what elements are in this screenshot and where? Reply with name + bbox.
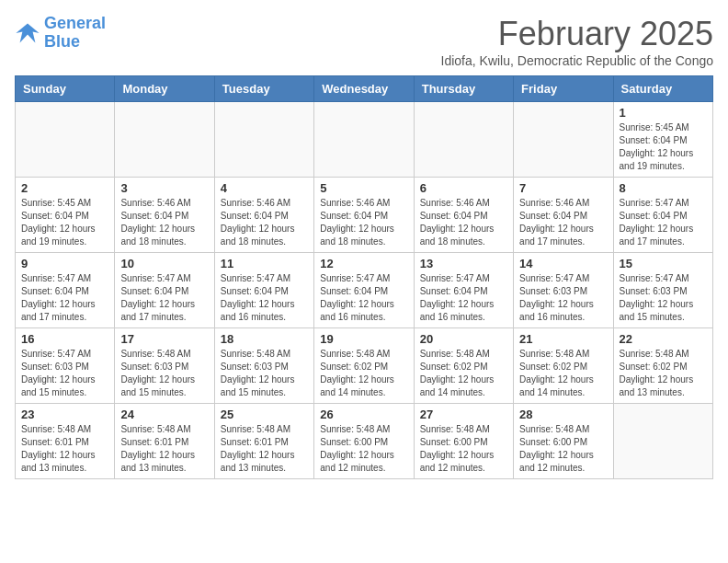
calendar-cell: 28Sunrise: 5:48 AM Sunset: 6:00 PM Dayli…	[514, 404, 613, 479]
day-number: 27	[420, 408, 507, 421]
day-info: Sunrise: 5:47 AM Sunset: 6:04 PM Dayligh…	[420, 272, 507, 324]
calendar-cell: 3Sunrise: 5:46 AM Sunset: 6:04 PM Daylig…	[115, 178, 214, 253]
day-info: Sunrise: 5:48 AM Sunset: 6:00 PM Dayligh…	[519, 423, 607, 475]
month-title: February 2025	[441, 15, 713, 53]
calendar-cell: 16Sunrise: 5:47 AM Sunset: 6:03 PM Dayli…	[16, 328, 115, 404]
calendar-cell: 5Sunrise: 5:46 AM Sunset: 6:04 PM Daylig…	[314, 178, 414, 253]
day-info: Sunrise: 5:46 AM Sunset: 6:04 PM Dayligh…	[221, 197, 308, 248]
day-number: 19	[320, 332, 407, 346]
calendar-cell: 6Sunrise: 5:46 AM Sunset: 6:04 PM Daylig…	[414, 178, 513, 253]
page-header: General Blue February 2025 Idiofa, Kwilu…	[15, 15, 713, 68]
day-number: 24	[120, 408, 208, 421]
calendar-cell: 13Sunrise: 5:47 AM Sunset: 6:04 PM Dayli…	[414, 253, 513, 328]
day-info: Sunrise: 5:47 AM Sunset: 6:04 PM Dayligh…	[221, 272, 308, 324]
day-number: 5	[320, 181, 407, 195]
day-info: Sunrise: 5:48 AM Sunset: 6:00 PM Dayligh…	[420, 423, 507, 475]
calendar-cell: 20Sunrise: 5:48 AM Sunset: 6:02 PM Dayli…	[414, 328, 513, 404]
day-number: 22	[620, 332, 707, 346]
calendar-cell: 9Sunrise: 5:47 AM Sunset: 6:04 PM Daylig…	[16, 253, 115, 328]
calendar-week-row: 2Sunrise: 5:45 AM Sunset: 6:04 PM Daylig…	[16, 178, 713, 253]
calendar-cell: 2Sunrise: 5:45 AM Sunset: 6:04 PM Daylig…	[16, 178, 115, 253]
day-number: 18	[221, 332, 308, 346]
day-number: 16	[21, 332, 108, 346]
day-info: Sunrise: 5:48 AM Sunset: 6:02 PM Dayligh…	[519, 348, 607, 399]
day-number: 9	[21, 257, 108, 270]
day-number: 6	[420, 181, 507, 195]
day-number: 23	[21, 408, 108, 421]
day-info: Sunrise: 5:47 AM Sunset: 6:03 PM Dayligh…	[620, 272, 707, 324]
logo: General Blue	[15, 15, 106, 52]
calendar-header-monday: Monday	[115, 76, 214, 102]
calendar-cell	[613, 404, 712, 479]
day-number: 26	[320, 408, 407, 421]
day-info: Sunrise: 5:45 AM Sunset: 6:04 PM Dayligh…	[21, 197, 108, 248]
calendar-header-thursday: Thursday	[414, 76, 513, 102]
calendar-week-row: 1Sunrise: 5:45 AM Sunset: 6:04 PM Daylig…	[16, 102, 713, 178]
day-number: 2	[21, 181, 108, 195]
day-info: Sunrise: 5:47 AM Sunset: 6:04 PM Dayligh…	[120, 272, 208, 324]
day-number: 25	[221, 408, 308, 421]
day-info: Sunrise: 5:48 AM Sunset: 6:01 PM Dayligh…	[221, 423, 308, 475]
day-number: 3	[120, 181, 208, 195]
calendar-cell: 4Sunrise: 5:46 AM Sunset: 6:04 PM Daylig…	[214, 178, 313, 253]
calendar-cell: 14Sunrise: 5:47 AM Sunset: 6:03 PM Dayli…	[514, 253, 613, 328]
day-number: 7	[519, 181, 607, 195]
day-number: 13	[420, 257, 507, 270]
calendar-cell	[115, 102, 214, 178]
calendar-cell: 25Sunrise: 5:48 AM Sunset: 6:01 PM Dayli…	[214, 404, 313, 479]
calendar-cell: 17Sunrise: 5:48 AM Sunset: 6:03 PM Dayli…	[115, 328, 214, 404]
day-number: 17	[120, 332, 208, 346]
calendar-header-saturday: Saturday	[613, 76, 712, 102]
day-info: Sunrise: 5:47 AM Sunset: 6:04 PM Dayligh…	[320, 272, 407, 324]
calendar-cell: 11Sunrise: 5:47 AM Sunset: 6:04 PM Dayli…	[214, 253, 313, 328]
day-number: 4	[221, 181, 308, 195]
day-number: 21	[519, 332, 607, 346]
day-number: 11	[221, 257, 308, 270]
calendar-cell: 1Sunrise: 5:45 AM Sunset: 6:04 PM Daylig…	[613, 102, 712, 178]
day-info: Sunrise: 5:47 AM Sunset: 6:03 PM Dayligh…	[21, 348, 108, 399]
day-number: 12	[320, 257, 407, 270]
calendar-cell: 23Sunrise: 5:48 AM Sunset: 6:01 PM Dayli…	[16, 404, 115, 479]
title-section: February 2025 Idiofa, Kwilu, Democratic …	[441, 15, 713, 68]
day-info: Sunrise: 5:48 AM Sunset: 6:03 PM Dayligh…	[221, 348, 308, 399]
calendar-cell: 26Sunrise: 5:48 AM Sunset: 6:00 PM Dayli…	[314, 404, 414, 479]
calendar-cell: 18Sunrise: 5:48 AM Sunset: 6:03 PM Dayli…	[214, 328, 313, 404]
logo-bird-icon	[15, 20, 40, 46]
day-info: Sunrise: 5:48 AM Sunset: 6:01 PM Dayligh…	[120, 423, 208, 475]
day-info: Sunrise: 5:48 AM Sunset: 6:00 PM Dayligh…	[320, 423, 407, 475]
location-subtitle: Idiofa, Kwilu, Democratic Republic of th…	[441, 53, 713, 68]
calendar-cell: 7Sunrise: 5:46 AM Sunset: 6:04 PM Daylig…	[514, 178, 613, 253]
calendar-cell: 22Sunrise: 5:48 AM Sunset: 6:02 PM Dayli…	[613, 328, 712, 404]
calendar-week-row: 16Sunrise: 5:47 AM Sunset: 6:03 PM Dayli…	[16, 328, 713, 404]
day-info: Sunrise: 5:45 AM Sunset: 6:04 PM Dayligh…	[620, 121, 707, 173]
calendar-cell: 10Sunrise: 5:47 AM Sunset: 6:04 PM Dayli…	[115, 253, 214, 328]
day-info: Sunrise: 5:46 AM Sunset: 6:04 PM Dayligh…	[519, 197, 607, 248]
calendar-cell	[414, 102, 513, 178]
calendar-cell	[514, 102, 613, 178]
day-number: 15	[620, 257, 707, 270]
calendar-cell	[16, 102, 115, 178]
logo-text: General Blue	[44, 15, 106, 52]
day-info: Sunrise: 5:46 AM Sunset: 6:04 PM Dayligh…	[120, 197, 208, 248]
calendar-cell	[314, 102, 414, 178]
calendar-header-row: SundayMondayTuesdayWednesdayThursdayFrid…	[16, 76, 713, 102]
day-number: 20	[420, 332, 507, 346]
day-number: 1	[620, 106, 707, 120]
day-number: 28	[519, 408, 607, 421]
day-info: Sunrise: 5:46 AM Sunset: 6:04 PM Dayligh…	[420, 197, 507, 248]
calendar-header-sunday: Sunday	[16, 76, 115, 102]
calendar-cell: 24Sunrise: 5:48 AM Sunset: 6:01 PM Dayli…	[115, 404, 214, 479]
calendar-cell: 19Sunrise: 5:48 AM Sunset: 6:02 PM Dayli…	[314, 328, 414, 404]
calendar-week-row: 9Sunrise: 5:47 AM Sunset: 6:04 PM Daylig…	[16, 253, 713, 328]
day-info: Sunrise: 5:48 AM Sunset: 6:02 PM Dayligh…	[620, 348, 707, 399]
calendar-week-row: 23Sunrise: 5:48 AM Sunset: 6:01 PM Dayli…	[16, 404, 713, 479]
calendar-table: SundayMondayTuesdayWednesdayThursdayFrid…	[15, 75, 713, 479]
calendar-cell: 21Sunrise: 5:48 AM Sunset: 6:02 PM Dayli…	[514, 328, 613, 404]
day-info: Sunrise: 5:47 AM Sunset: 6:04 PM Dayligh…	[620, 197, 707, 248]
day-info: Sunrise: 5:48 AM Sunset: 6:01 PM Dayligh…	[21, 423, 108, 475]
day-info: Sunrise: 5:48 AM Sunset: 6:03 PM Dayligh…	[120, 348, 208, 399]
calendar-cell: 27Sunrise: 5:48 AM Sunset: 6:00 PM Dayli…	[414, 404, 513, 479]
calendar-header-wednesday: Wednesday	[314, 76, 414, 102]
calendar-header-tuesday: Tuesday	[214, 76, 313, 102]
day-info: Sunrise: 5:48 AM Sunset: 6:02 PM Dayligh…	[420, 348, 507, 399]
